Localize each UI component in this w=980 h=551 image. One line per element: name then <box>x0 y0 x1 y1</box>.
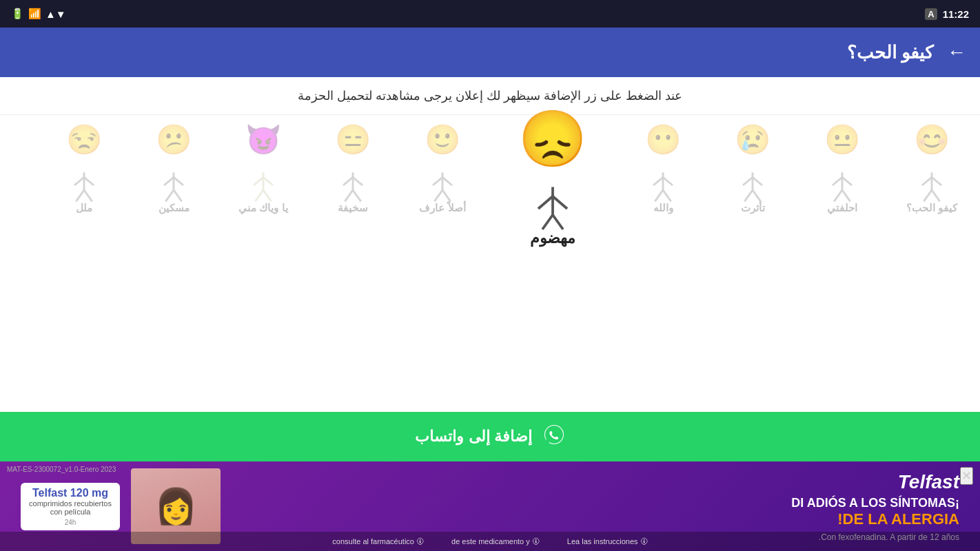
svg-line-49 <box>84 190 92 201</box>
svg-line-16 <box>653 177 663 185</box>
whatsapp-button-label: إضافة إلى واتساب <box>415 428 531 446</box>
signal-icon: 📶 <box>28 8 41 20</box>
sticker-item[interactable]: 😒 ملل <box>43 129 125 322</box>
svg-line-36 <box>254 177 263 185</box>
svg-line-17 <box>663 177 673 185</box>
page-title: كيفو الحب؟ <box>847 42 933 63</box>
wifi-icon: ▼▲ <box>45 8 66 20</box>
svg-line-43 <box>165 190 174 201</box>
svg-line-1 <box>922 177 932 185</box>
svg-line-29 <box>442 190 451 201</box>
svg-line-23 <box>542 215 553 229</box>
sticker-item[interactable]: 😶 والله <box>622 129 704 322</box>
status-time: 11:22 <box>943 8 969 20</box>
svg-line-13 <box>744 190 753 201</box>
ad-headline: ¡DI ADIÓS A LOS SÍNTOMAS DE LA ALERGIA! <box>234 496 959 528</box>
sticker-item[interactable]: 😊 كيفو الحب؟ <box>890 129 973 322</box>
sticker-item[interactable]: 😈 يا وياك مني <box>222 129 305 322</box>
svg-line-31 <box>343 177 353 185</box>
svg-line-28 <box>434 190 442 201</box>
svg-line-26 <box>433 177 442 185</box>
ad-footer-text1: 🛈 Lea las instrucciones <box>567 537 648 545</box>
svg-line-46 <box>74 177 84 185</box>
svg-line-39 <box>263 190 272 201</box>
ad-footer-text3: 🛈 consulte al farmacéutico <box>332 537 424 545</box>
featured-sticker-item[interactable]: 😞 مهضوم <box>491 115 615 308</box>
svg-line-11 <box>743 177 753 185</box>
sticker-item[interactable]: 🙂 أصلاً عارف <box>401 129 484 322</box>
svg-line-2 <box>932 177 941 185</box>
svg-line-4 <box>932 190 940 201</box>
whatsapp-icon <box>543 424 565 450</box>
whatsapp-add-button[interactable]: إضافة إلى واتساب <box>0 412 980 461</box>
ad-banner: MAT-ES-2300072_v1.0-Enero 2023 ✕ Telfast… <box>0 461 980 551</box>
sticker-item[interactable]: 😑 سخيفة <box>312 129 394 322</box>
ad-footer-text2: 🛈 de este medicamento y <box>451 537 540 545</box>
battery-icon: 🔋 <box>11 8 24 20</box>
svg-line-33 <box>345 190 353 201</box>
svg-line-18 <box>655 190 663 201</box>
svg-line-44 <box>174 190 182 201</box>
svg-line-34 <box>353 190 361 201</box>
svg-line-27 <box>442 177 452 185</box>
svg-line-21 <box>538 196 553 209</box>
svg-line-41 <box>164 177 174 185</box>
ad-product-info: Telfast 120 mg comprimidos recubiertos c… <box>21 483 120 530</box>
ad-product-desc: comprimidos recubiertos con película <box>29 499 112 516</box>
svg-line-12 <box>753 177 762 185</box>
svg-line-48 <box>76 190 84 201</box>
app-bar: ← كيفو الحب؟ <box>0 28 980 77</box>
info-banner: عند الضغط على زر الإضافة سيظهر لك إعلان … <box>0 77 980 115</box>
svg-line-8 <box>834 190 842 201</box>
svg-line-38 <box>255 190 263 201</box>
svg-line-14 <box>753 190 761 201</box>
svg-line-19 <box>663 190 671 201</box>
svg-line-7 <box>842 177 852 185</box>
svg-line-37 <box>263 177 273 185</box>
svg-line-32 <box>353 177 363 185</box>
ad-close-button[interactable]: ✕ <box>960 467 973 485</box>
svg-line-42 <box>174 177 183 185</box>
svg-line-47 <box>84 177 94 185</box>
sticker-item[interactable]: 😢 تأثرت <box>711 129 794 322</box>
main-content: عند الضغط على زر الإضافة سيظهر لك إعلان … <box>0 77 980 551</box>
status-bar: 11:22 A ▼▲ 📶 🔋 <box>0 0 980 28</box>
sticker-area: 😊 كيفو الحب؟ 😐 <box>0 115 980 335</box>
ad-brand: Telfast <box>898 471 959 493</box>
ad-footer-strip: 🛈 Lea las instrucciones 🛈 de este medica… <box>0 532 980 551</box>
svg-line-3 <box>923 190 932 201</box>
svg-line-6 <box>833 177 842 185</box>
sticker-item[interactable]: 😕 مسكين <box>132 129 215 322</box>
svg-line-9 <box>842 190 850 201</box>
svg-line-24 <box>553 215 563 229</box>
ad-headline-line2: DE LA ALERGIA! <box>234 510 959 528</box>
sticker-item[interactable]: 😐 احلفتي <box>801 129 884 322</box>
ad-mat-code: MAT-ES-2300072_v1.0-Enero 2023 <box>7 466 116 473</box>
ad-product-brand: Telfast 120 mg <box>29 487 112 499</box>
status-a-icon: A <box>925 8 937 20</box>
svg-line-22 <box>553 196 567 209</box>
info-text: عند الضغط على زر الإضافة سيظهر لك إعلان … <box>298 89 682 103</box>
back-button[interactable]: ← <box>947 41 966 63</box>
ad-headline-line1: ¡DI ADIÓS A LOS SÍNTOMAS <box>234 496 959 510</box>
